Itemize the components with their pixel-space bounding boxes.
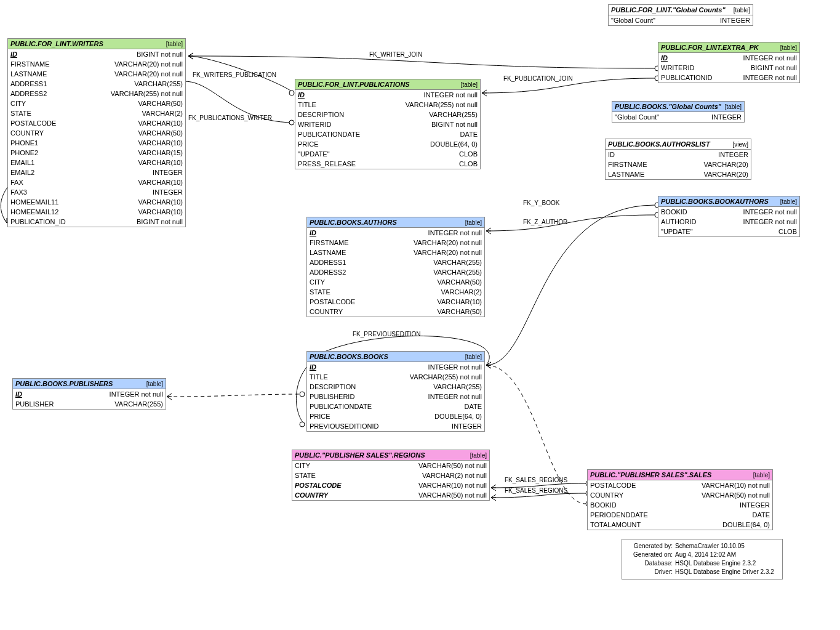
column-type: VARCHAR(2) xyxy=(441,288,482,296)
column-row: PHONE2VARCHAR(15) xyxy=(8,148,185,158)
column-row: AUTHORIDINTEGER not null xyxy=(658,217,799,227)
column-name: PUBLISHERID xyxy=(310,392,366,401)
column-row: IDINTEGER not null xyxy=(13,389,166,399)
column-type: INTEGER xyxy=(153,188,183,196)
table-kind: [table] xyxy=(753,472,770,479)
column-row: HOMEEMAIL11VARCHAR(10) xyxy=(8,197,185,207)
table-title: PUBLIC.FOR_LINT.PUBLICATIONS xyxy=(298,81,410,88)
table-title: PUBLIC.FOR_LINT.WRITERS xyxy=(10,40,103,47)
column-type: VARCHAR(255) xyxy=(433,258,482,267)
column-row: FIRSTNAMEVARCHAR(20) not null xyxy=(8,59,185,69)
column-type: DATE xyxy=(464,402,482,411)
column-type: VARCHAR(255) not null xyxy=(406,100,478,109)
column-name: LASTNAME xyxy=(608,170,655,179)
column-type: INTEGER not null xyxy=(428,363,482,371)
table-kind: [table] xyxy=(734,7,750,14)
column-row: WRITERIDBIGINT not null xyxy=(658,63,799,73)
column-name: HOMEEMAIL12 xyxy=(10,208,70,216)
column-name: WRITERID xyxy=(298,120,342,129)
column-name: "Global Count" xyxy=(611,16,666,25)
table-title: PUBLIC."PUBLISHER SALES".REGIONS xyxy=(295,451,425,459)
table-body: BOOKIDINTEGER not nullAUTHORIDINTEGER no… xyxy=(658,207,799,236)
table-kind: [table] xyxy=(146,381,163,387)
column-name: ADDRESS2 xyxy=(10,89,58,98)
column-type: VARCHAR(20) xyxy=(703,170,748,179)
table-title: PUBLIC.BOOKS.BOOKAUTHORS xyxy=(661,198,769,205)
column-type: VARCHAR(2) xyxy=(142,109,183,118)
column-name: PUBLICATIONID xyxy=(661,73,724,82)
column-type: VARCHAR(10) xyxy=(138,139,183,147)
column-type: INTEGER not null xyxy=(428,392,482,401)
fk-label-publications-writer: FK_PUBLICATIONS_WRITER xyxy=(188,115,272,121)
table-kind: [table] xyxy=(470,452,487,459)
column-name: PHONE1 xyxy=(10,139,49,147)
column-name: FAX3 xyxy=(10,188,38,196)
column-name: FIRSTNAME xyxy=(10,60,61,68)
column-type: DATE xyxy=(460,130,478,139)
table-body: IDBIGINT not nullFIRSTNAMEVARCHAR(20) no… xyxy=(8,49,185,227)
table-authorslist: PUBLIC.BOOKS.AUTHORSLIST[view] IDINTEGER… xyxy=(605,139,751,180)
table-regions: PUBLIC."PUBLISHER SALES".REGIONS[table] … xyxy=(292,450,490,501)
column-name: STATE xyxy=(10,109,42,118)
table-kind: [table] xyxy=(780,44,797,51)
column-type: BIGINT not null xyxy=(137,217,183,226)
column-row: COUNTRYVARCHAR(50) not null xyxy=(292,490,489,500)
column-row: "Global Count"INTEGER xyxy=(609,15,753,25)
column-name: HOMEEMAIL11 xyxy=(10,198,70,206)
column-name: ID xyxy=(310,363,327,371)
table-kind: [view] xyxy=(732,141,748,148)
column-type: INTEGER not null xyxy=(110,390,163,398)
column-row: STATEVARCHAR(2) xyxy=(307,287,484,297)
column-name: ID xyxy=(608,150,626,159)
column-row: PHONE1VARCHAR(10) xyxy=(8,138,185,148)
column-row: COUNTRYVARCHAR(50) xyxy=(307,307,484,317)
table-extra-pk: PUBLIC.FOR_LINT.EXTRA_PK[table] IDINTEGE… xyxy=(658,42,800,83)
column-type: VARCHAR(255) xyxy=(114,400,163,408)
fk-label-writer-join: FK_WRITER_JOIN xyxy=(369,51,422,58)
column-type: VARCHAR(10) not null xyxy=(702,481,770,490)
table-body: IDINTEGER not nullTITLEVARCHAR(255) not … xyxy=(307,362,484,431)
column-row: POSTALCODEVARCHAR(10) not null xyxy=(588,480,772,490)
column-name: "UPDATE" xyxy=(661,227,704,236)
table-body: "Global Count"INTEGER xyxy=(612,112,744,122)
column-name: LASTNAME xyxy=(10,70,58,78)
table-kind: [table] xyxy=(465,353,482,360)
column-type: VARCHAR(2) not null xyxy=(422,471,487,480)
column-name: EMAIL2 xyxy=(10,168,46,177)
column-type: VARCHAR(50) not null xyxy=(418,461,487,470)
column-name: POSTALCODE xyxy=(590,481,647,490)
column-row: BOOKIDINTEGER xyxy=(588,500,772,510)
table-body: IDINTEGERFIRSTNAMEVARCHAR(20)LASTNAMEVAR… xyxy=(606,150,751,179)
column-name: TITLE xyxy=(310,373,339,381)
table-title: PUBLIC."PUBLISHER SALES".SALES xyxy=(590,471,711,479)
column-name: CITY xyxy=(10,99,37,108)
column-row: LASTNAMEVARCHAR(20) xyxy=(606,169,751,179)
column-row: CITYVARCHAR(50) xyxy=(307,277,484,287)
fk-label-sales-regions-2: FK_SALES_REGIONS xyxy=(505,487,567,494)
table-kind: [table] xyxy=(166,41,183,47)
column-name: PREVIOUSEDITIONID xyxy=(310,422,390,430)
column-type: VARCHAR(10) xyxy=(138,119,183,127)
table-publications: PUBLIC.FOR_LINT.PUBLICATIONS[table] IDIN… xyxy=(295,79,481,169)
column-row: HOMEEMAIL12VARCHAR(10) xyxy=(8,207,185,217)
column-type: VARCHAR(50) xyxy=(138,129,183,137)
column-row: CITYVARCHAR(50) not null xyxy=(292,461,489,470)
column-type: VARCHAR(20) not null xyxy=(114,70,183,78)
column-type: VARCHAR(10) xyxy=(138,208,183,216)
column-name: "Global Count" xyxy=(615,113,670,121)
column-type: INTEGER not null xyxy=(743,217,797,226)
meta-drv: HSQL Database Engine Driver 2.3.2 xyxy=(675,568,774,576)
column-name: PUBLICATION_ID xyxy=(10,217,77,226)
column-name: FIRSTNAME xyxy=(310,238,360,247)
column-name: CITY xyxy=(310,278,336,286)
column-row: "UPDATE"CLOB xyxy=(295,149,480,159)
column-type: INTEGER xyxy=(711,113,742,121)
column-type: VARCHAR(10) not null xyxy=(418,481,487,490)
column-type: VARCHAR(20) not null xyxy=(414,238,482,247)
column-row: DESCRIPTIONVARCHAR(255) xyxy=(307,382,484,392)
column-row: FAXVARCHAR(10) xyxy=(8,177,185,187)
column-row: TITLEVARCHAR(255) not null xyxy=(295,100,480,110)
column-row: COUNTRYVARCHAR(50) xyxy=(8,128,185,138)
column-type: VARCHAR(10) xyxy=(138,158,183,167)
column-type: INTEGER xyxy=(452,422,482,430)
